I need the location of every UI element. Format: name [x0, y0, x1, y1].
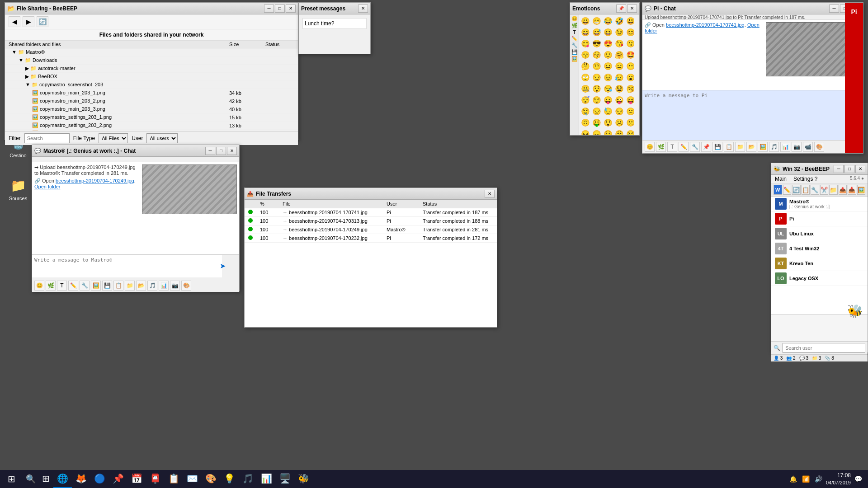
fs-table-row[interactable]: 🖼️ copymastro_main_203_2.png 42 kb — [5, 97, 298, 105]
emoticon-button[interactable]: 😂 — [603, 15, 613, 26]
pi-tool-music[interactable]: 🎵 — [769, 142, 779, 152]
pi-tool-pen[interactable]: ✏️ — [679, 142, 689, 152]
emoticon-button[interactable]: 🤩 — [625, 49, 634, 60]
user-list-item[interactable]: P Pi — [771, 211, 868, 226]
pi-tool-folder2[interactable]: 📂 — [746, 142, 756, 152]
minimize-button[interactable]: ─ — [264, 5, 274, 13]
mastro-tool-folder2[interactable]: 📂 — [136, 281, 146, 291]
mastro-tool-nature[interactable]: 🌿 — [46, 281, 56, 291]
pi-chat-titlebar[interactable]: 💬 Pi - Chat ─ □ ✕ — [642, 3, 863, 14]
bb-tool8[interactable]: 📥 — [848, 185, 856, 195]
bb-tool9[interactable]: 🖼️ — [857, 185, 866, 195]
emoticon-button[interactable]: 😔 — [614, 106, 625, 117]
win32-close[interactable]: ✕ — [855, 165, 865, 173]
emoticon-button[interactable]: 😮 — [625, 72, 634, 83]
emoticon-button[interactable]: 🤑 — [591, 117, 602, 128]
emoticon-button[interactable]: 😀 — [580, 15, 591, 26]
emoticon-button[interactable]: 😪 — [603, 83, 613, 94]
emoticon-button[interactable]: 😉 — [614, 27, 625, 38]
emoticon-button[interactable]: 🙁 — [625, 117, 634, 128]
taskbar-app-calendar[interactable]: 📅 — [127, 470, 146, 488]
emo-side-nature[interactable]: 🌿 — [571, 23, 578, 28]
emoticon-button[interactable]: 😑 — [614, 61, 625, 71]
taskbar-app-taskview[interactable]: ⊞ — [38, 470, 53, 488]
mastro-tool-chart[interactable]: 📊 — [159, 281, 169, 291]
emoticon-button[interactable]: 😞 — [591, 128, 602, 135]
emo-side-symbols[interactable]: ✏️ — [571, 36, 578, 42]
user-list-item[interactable]: 4T 4 Test Win32 — [771, 241, 868, 256]
mastro-close[interactable]: ✕ — [227, 147, 237, 155]
pi-chat-minimize[interactable]: ─ — [829, 5, 839, 13]
taskbar-app-ai[interactable]: 💡 — [220, 470, 239, 488]
emoticon-button[interactable]: 😤 — [614, 128, 625, 135]
emoticon-button[interactable]: 😜 — [614, 94, 625, 105]
emoticon-button[interactable]: 🙂 — [603, 49, 613, 60]
emoticon-button[interactable]: 🤔 — [580, 61, 591, 71]
mastro-tool-music[interactable]: 🎵 — [147, 281, 157, 291]
taskbar-app-ps[interactable]: 🎨 — [202, 470, 220, 488]
emoticons-close-button[interactable]: ✕ — [627, 5, 637, 13]
emoticon-button[interactable]: 😐 — [603, 61, 613, 71]
preset-message-item[interactable]: Lunch time? — [302, 18, 367, 29]
mastro-tool-img2[interactable]: 📷 — [170, 281, 180, 291]
desktop-icon-sources[interactable]: 📁 Sources — [2, 174, 34, 203]
file-transfers-titlebar[interactable]: 📤 File Transfers ✕ — [245, 188, 497, 200]
emo-side-activity[interactable]: 🖼️ — [571, 56, 578, 62]
emoticon-button[interactable]: 😙 — [580, 49, 591, 60]
tray-action-center[interactable]: 💬 — [853, 474, 863, 484]
emoticon-button[interactable]: 😎 — [591, 38, 602, 49]
pi-tool-emoji[interactable]: 😊 — [645, 142, 655, 152]
pi-file-link[interactable]: beesshottmp-20190704-170741.jpg — [666, 22, 745, 28]
emo-side-flags[interactable]: 🔧 — [571, 42, 578, 48]
emoticons-scroll[interactable] — [634, 14, 639, 135]
bb-tool2[interactable]: 🔄 — [792, 185, 801, 195]
win32-maximize[interactable]: □ — [844, 165, 854, 173]
emoticons-pin-button[interactable]: 📌 — [616, 5, 626, 13]
emo-side-food[interactable]: 💾 — [571, 49, 578, 55]
emoticon-button[interactable]: 😚 — [591, 49, 602, 60]
emoticon-button[interactable]: 😯 — [591, 83, 602, 94]
tray-sound-icon[interactable]: 🔊 — [813, 474, 824, 484]
taskbar-app-mail[interactable]: ✉️ — [183, 470, 202, 488]
bb-word-btn[interactable]: W — [774, 185, 782, 195]
bb-tool5[interactable]: ✂️ — [820, 185, 829, 195]
emoticon-button[interactable]: 🤗 — [614, 49, 625, 60]
mastro-tool-image[interactable]: 🖼️ — [91, 281, 101, 291]
emoticon-button[interactable]: 🤤 — [580, 106, 591, 117]
fs-user-select[interactable]: All users — [146, 133, 178, 143]
emoticon-button[interactable]: 🙃 — [580, 117, 591, 128]
win32-titlebar[interactable]: 🐝 Win 32 - BeeBEEP ─ □ ✕ — [771, 163, 868, 175]
taskbar-app-firefox[interactable]: 🦊 — [72, 470, 90, 488]
preset-messages-titlebar[interactable]: Preset messages ✕ — [299, 3, 370, 14]
emoticon-button[interactable]: 😁 — [591, 15, 602, 26]
pi-tool-image[interactable]: 🖼️ — [758, 142, 768, 152]
mastro-tool-folder[interactable]: 📁 — [125, 281, 135, 291]
mastro-tool-clipboard[interactable]: 📋 — [113, 281, 123, 291]
emoticon-button[interactable]: 😏 — [591, 72, 602, 83]
taskbar-app-chart[interactable]: 📊 — [257, 470, 276, 488]
emoticon-button[interactable]: 😣 — [603, 72, 613, 83]
fs-filetype-select[interactable]: All Files — [99, 133, 128, 143]
mastro-tool-text[interactable]: T — [57, 281, 67, 291]
taskbar-app-music[interactable]: 🎵 — [239, 470, 257, 488]
fs-table-row[interactable]: 🖼️ copymastro_settings_203_1.png 15 kb — [5, 113, 298, 122]
emo-side-objects[interactable]: T — [573, 29, 576, 35]
emoticon-button[interactable]: 🙄 — [580, 72, 591, 83]
preset-close-button[interactable]: ✕ — [358, 5, 368, 13]
file-sharing-titlebar[interactable]: 📂 File Sharing - BeeBEEP ─ □ ✕ — [5, 3, 298, 14]
mastro-send-button[interactable]: ➤ — [220, 262, 226, 270]
mastro-file-link[interactable]: beesshottmp-20190704-170249.jpg — [56, 178, 134, 183]
pi-tool-pin[interactable]: 📌 — [701, 142, 711, 152]
file-transfers-close[interactable]: ✕ — [485, 190, 495, 198]
taskbar-app-app[interactable]: 📋 — [165, 470, 183, 488]
emoticon-button[interactable]: 😅 — [591, 27, 602, 38]
fs-table-row[interactable]: ▼ 📁 Mastro® — [5, 48, 298, 56]
emoticon-button[interactable]: 🤣 — [614, 15, 625, 26]
pi-tool-clipboard[interactable]: 📋 — [724, 142, 734, 152]
taskbar-app-monitor[interactable]: 🖥️ — [276, 470, 294, 488]
taskbar-app-beebeeep[interactable]: 🐝 — [294, 470, 313, 488]
maximize-button[interactable]: □ — [275, 5, 285, 13]
mastro-message-input[interactable] — [32, 255, 222, 277]
taskbar-app-4[interactable]: 📌 — [109, 470, 127, 488]
fs-refresh-button[interactable]: 🔄 — [37, 16, 48, 27]
